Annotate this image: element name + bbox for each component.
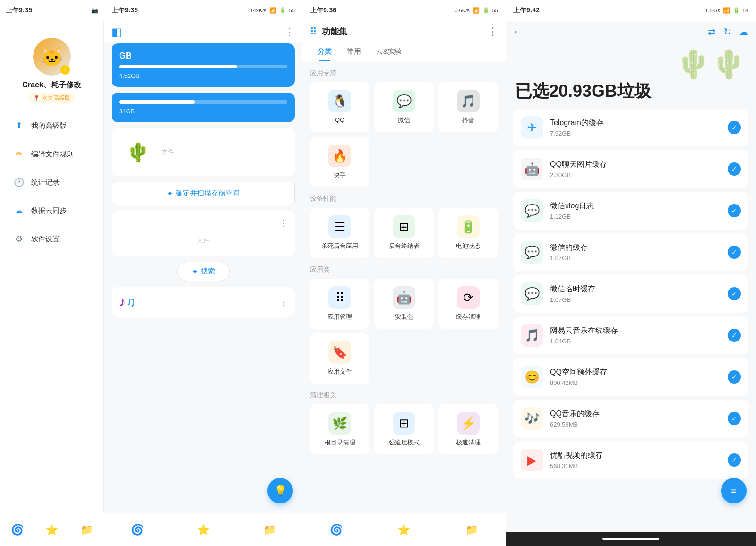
check-qq-music[interactable]: ✓ bbox=[728, 412, 741, 425]
feature-wechat[interactable]: 💬 微信 bbox=[374, 82, 434, 132]
youku-icon: ▶ bbox=[521, 449, 543, 471]
kill-bg-icon: ☰ bbox=[328, 215, 351, 238]
check-wechat-xlog[interactable]: ✓ bbox=[728, 204, 741, 217]
nav-folder-3[interactable]: 📁 bbox=[465, 524, 478, 536]
telegram-size: 7.92GB bbox=[550, 130, 721, 137]
clean-item-qq-zone[interactable]: 😊 QQ空间额外缓存 800.42MB ✓ bbox=[513, 358, 748, 396]
wechat-xlog-name: 微信xlog日志 bbox=[550, 201, 721, 211]
sidebar-label-premium: 我的高级版 bbox=[31, 121, 67, 130]
check-wechat-tmp[interactable]: ✓ bbox=[728, 287, 741, 300]
qq-chat-size: 2.30GB bbox=[550, 171, 721, 179]
nav-star-1[interactable]: ⭐ bbox=[45, 524, 58, 536]
nav-fan-3[interactable]: 🌀 bbox=[330, 524, 343, 536]
check-qq-zone[interactable]: ✓ bbox=[728, 370, 741, 384]
feature-battery[interactable]: 🔋 电池状态 bbox=[438, 208, 498, 258]
ocd-mode-icon: ⊞ bbox=[393, 412, 415, 435]
refresh-icon[interactable]: ↻ bbox=[723, 26, 731, 37]
panel-storage: 上午9:35 149K/s 📶 🔋 55 ◧ ⋮ GB 4.52GB 34GB … bbox=[104, 0, 302, 546]
file-empty-label: 文件 bbox=[119, 232, 287, 248]
storage-label-1: 4.52GB bbox=[119, 72, 287, 79]
check-wechat-cache[interactable]: ✓ bbox=[728, 246, 741, 259]
clean-item-wechat-cache[interactable]: 💬 微信的缓存 1.07GB ✓ bbox=[513, 233, 748, 271]
feature-apk[interactable]: 🤖 安装包 bbox=[374, 279, 434, 329]
tab-common[interactable]: 常用 bbox=[339, 43, 369, 61]
bottom-nav-2: 🌀 ⭐ 📁 bbox=[104, 513, 302, 546]
features-more-icon[interactable]: ⋮ bbox=[488, 26, 498, 38]
feature-app-files[interactable]: 🔖 应用文件 bbox=[310, 333, 369, 384]
feature-ocd-mode[interactable]: ⊞ 强迫症模式 bbox=[374, 404, 434, 454]
sidebar-label-stats: 统计记录 bbox=[31, 178, 60, 187]
file-more-icon[interactable]: ⋮ bbox=[279, 218, 287, 229]
check-youku[interactable]: ✓ bbox=[728, 453, 741, 467]
storage-more-icon[interactable]: ⋮ bbox=[284, 26, 295, 38]
scan-button[interactable]: ✦ 确定并扫描存储空间 bbox=[112, 182, 295, 205]
speed-4: 1.5K/s bbox=[705, 8, 720, 13]
clean-item-wechat-xlog[interactable]: 💬 微信xlog日志 1.12GB ✓ bbox=[513, 192, 748, 230]
tab-cloud[interactable]: 云&实验 bbox=[369, 43, 410, 61]
clean-item-netease[interactable]: 🎵 网易云音乐在线缓存 1.04GB ✓ bbox=[513, 316, 748, 354]
sidebar-item-rules[interactable]: ✏ 编辑文件规则 bbox=[5, 141, 99, 167]
sidebar-item-cloud[interactable]: ☁ 数据云同步 bbox=[5, 197, 99, 224]
kill-bg-label: 杀死后台应用 bbox=[321, 242, 358, 250]
battery-label: 电池状态 bbox=[456, 242, 481, 250]
clean-item-wechat-tmp[interactable]: 💬 微信临时缓存 1.07GB ✓ bbox=[513, 275, 748, 313]
feature-bg-killer[interactable]: ⊞ 后台终结者 bbox=[374, 208, 434, 258]
nav-folder-1[interactable]: 📁 bbox=[80, 524, 93, 536]
app-files-icon: 🔖 bbox=[328, 341, 351, 364]
sidebar-menu: ⬆ 我的高级版 ✏ 编辑文件规则 🕐 统计记录 ☁ 数据云同步 ⚙ 软件设置 bbox=[0, 112, 103, 254]
feature-cache-clean[interactable]: ⟳ 缓存清理 bbox=[438, 279, 498, 329]
tag-pin-icon: 📍 bbox=[33, 95, 40, 102]
search-button[interactable]: ✦ 搜索 bbox=[177, 262, 230, 281]
cloud-up-icon[interactable]: ☁ bbox=[739, 26, 748, 37]
speed-icon: 149K/s bbox=[250, 8, 266, 13]
storage-bar-2 bbox=[119, 100, 287, 104]
feature-grid-app2: 🔖 应用文件 bbox=[310, 333, 498, 384]
feature-qq[interactable]: 🐧 QQ bbox=[310, 82, 369, 132]
transfer-icon[interactable]: ⇄ bbox=[708, 26, 716, 37]
clean-item-youku[interactable]: ▶ 优酷视频的缓存 568.31MB ✓ bbox=[513, 441, 748, 479]
nav-star-2[interactable]: ⭐ bbox=[197, 524, 210, 536]
kuaishou-label: 快手 bbox=[334, 171, 346, 179]
feature-douyin[interactable]: 🎵 抖音 bbox=[438, 82, 498, 132]
status-icons-4: 1.5K/s 📶 🔋 54 bbox=[705, 7, 748, 14]
back-icon[interactable]: ← bbox=[513, 26, 524, 38]
sidebar-item-settings[interactable]: ⚙ 软件设置 bbox=[5, 226, 99, 252]
check-qq-chat[interactable]: ✓ bbox=[728, 162, 741, 176]
feature-kuaishou[interactable]: 🔥 快手 bbox=[310, 137, 369, 187]
floating-btn-2[interactable]: 💡 bbox=[267, 478, 293, 503]
feature-kill-bg[interactable]: ☰ 杀死后台应用 bbox=[310, 208, 369, 258]
features-tabs: 分类 常用 云&实验 bbox=[302, 43, 506, 61]
music-more-icon[interactable]: ⋮ bbox=[279, 297, 287, 307]
nav-fan-2[interactable]: 🌀 bbox=[131, 524, 144, 536]
ocd-mode-label: 强迫症模式 bbox=[389, 438, 420, 447]
feature-app-mgr[interactable]: ⠿ 应用管理 bbox=[310, 279, 369, 329]
nav-star-3[interactable]: ⭐ bbox=[397, 524, 410, 536]
wechat-xlog-info: 微信xlog日志 1.12GB bbox=[550, 201, 721, 220]
status-time-3: 上午9:36 bbox=[310, 6, 336, 15]
home-indicator bbox=[602, 538, 659, 540]
sidebar-item-premium[interactable]: ⬆ 我的高级版 bbox=[5, 112, 99, 139]
qq-chat-info: QQ聊天图片缓存 2.30GB bbox=[550, 160, 721, 179]
tab-category[interactable]: 分类 bbox=[310, 43, 339, 61]
nav-folder-2[interactable]: 📁 bbox=[263, 524, 276, 536]
feature-grid-clean: 🌿 根目录清理 ⊞ 强迫症模式 ⚡ 极速清理 bbox=[310, 404, 498, 454]
sidebar-item-stats[interactable]: 🕐 统计记录 bbox=[5, 169, 99, 196]
clean-fab[interactable]: ≡ bbox=[721, 478, 747, 503]
status-icons-3: 0.6K/s 📶 🔋 55 bbox=[455, 7, 498, 14]
status-icons-1: 📷 bbox=[91, 7, 98, 14]
clean-item-qq-music[interactable]: 🎶 QQ音乐的缓存 629.59MB ✓ bbox=[513, 400, 748, 437]
youku-size: 568.31MB bbox=[550, 462, 721, 469]
feature-fast-clean[interactable]: ⚡ 极速清理 bbox=[438, 404, 498, 454]
storage-layout-icon[interactable]: ◧ bbox=[112, 26, 122, 39]
nav-fan-1[interactable]: 🌀 bbox=[11, 524, 24, 536]
check-telegram[interactable]: ✓ bbox=[728, 121, 741, 134]
check-netease[interactable]: ✓ bbox=[728, 329, 741, 342]
clean-item-qq-chat[interactable]: 🤖 QQ聊天图片缓存 2.30GB ✓ bbox=[513, 150, 748, 188]
section-title-app-clean: 应用专清 bbox=[310, 69, 498, 77]
feature-dir-clean[interactable]: 🌿 根目录清理 bbox=[310, 404, 369, 454]
feature-grid-app-clean: 🐧 QQ 💬 微信 🎵 抖音 bbox=[310, 82, 498, 132]
dir-clean-icon: 🌿 bbox=[328, 412, 351, 435]
app-mgr-icon: ⠿ bbox=[328, 286, 351, 309]
clean-top-icons: ⇄ ↻ ☁ bbox=[708, 26, 748, 37]
clean-item-telegram[interactable]: ✈ Telegram的缓存 7.92GB ✓ bbox=[513, 109, 748, 146]
